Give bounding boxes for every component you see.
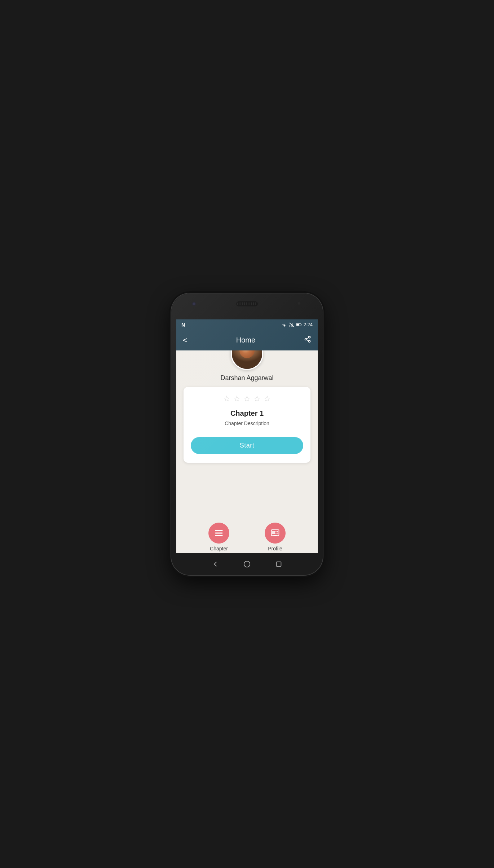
status-app-icon: N: [181, 322, 185, 328]
star-5: ☆: [264, 394, 271, 404]
front-camera: [192, 302, 196, 306]
svg-rect-12: [215, 530, 223, 531]
profile-icon: [270, 528, 280, 538]
avatar-image: [232, 350, 262, 369]
wifi-icon: [282, 323, 287, 327]
svg-rect-17: [275, 531, 276, 532]
header-title: Home: [236, 336, 255, 344]
user-name: Darshan Aggarwal: [220, 374, 273, 382]
hardware-bottom-bar: [171, 553, 323, 575]
svg-rect-19: [277, 531, 278, 532]
svg-line-10: [306, 340, 309, 341]
star-2: ☆: [233, 394, 241, 404]
profile-icon-circle: [265, 523, 286, 544]
phone-device: N: [171, 293, 323, 575]
chapter-icon: [214, 528, 224, 538]
status-right: 2:24: [282, 322, 313, 327]
status-time: 2:24: [304, 322, 313, 327]
status-bar: N: [176, 319, 318, 330]
hw-back-button[interactable]: [210, 559, 220, 569]
start-button[interactable]: Start: [191, 437, 303, 454]
svg-point-24: [244, 561, 250, 567]
svg-rect-23: [273, 535, 277, 536]
app-header: < Home: [176, 330, 318, 350]
bottom-nav: Chapter Profile: [176, 521, 318, 553]
signal-icon: [289, 323, 294, 327]
svg-rect-6: [296, 324, 299, 326]
svg-line-11: [306, 337, 309, 339]
chapter-description: Chapter Description: [225, 420, 269, 426]
hw-recents-button[interactable]: [274, 559, 284, 569]
nav-item-profile[interactable]: Profile: [265, 523, 286, 551]
star-3: ☆: [243, 394, 251, 404]
profile-nav-label: Profile: [268, 546, 282, 551]
phone-screen: N: [176, 319, 318, 553]
svg-rect-21: [274, 531, 275, 534]
svg-rect-25: [277, 562, 281, 566]
battery-icon: [296, 323, 302, 327]
share-button[interactable]: [304, 336, 311, 345]
svg-rect-5: [301, 324, 302, 325]
star-rating: ☆ ☆ ☆ ☆ ☆: [223, 394, 271, 404]
hw-home-button[interactable]: [242, 559, 252, 569]
star-1: ☆: [223, 394, 230, 404]
chapter-card: ☆ ☆ ☆ ☆ ☆ Chapter 1 Chapter Description …: [184, 387, 310, 463]
svg-rect-20: [277, 533, 278, 533]
avatar-container: [231, 350, 263, 370]
nav-item-chapter[interactable]: Chapter: [208, 523, 229, 551]
speaker-grille: [236, 301, 258, 306]
avatar: [231, 350, 263, 370]
svg-rect-0: [289, 325, 290, 327]
svg-rect-14: [215, 535, 223, 536]
status-left: N: [181, 322, 185, 328]
content-area: Darshan Aggarwal ☆ ☆ ☆ ☆ ☆ Chapter 1 Cha…: [176, 350, 318, 521]
svg-rect-18: [275, 533, 276, 533]
sensor: [298, 302, 300, 305]
chapter-nav-label: Chapter: [210, 546, 228, 551]
chapter-icon-circle: [208, 523, 229, 544]
svg-rect-13: [215, 533, 223, 534]
hardware-top-bar: [171, 293, 323, 319]
back-button[interactable]: <: [183, 336, 188, 345]
chapter-title: Chapter 1: [230, 409, 264, 418]
star-4: ☆: [253, 394, 261, 404]
